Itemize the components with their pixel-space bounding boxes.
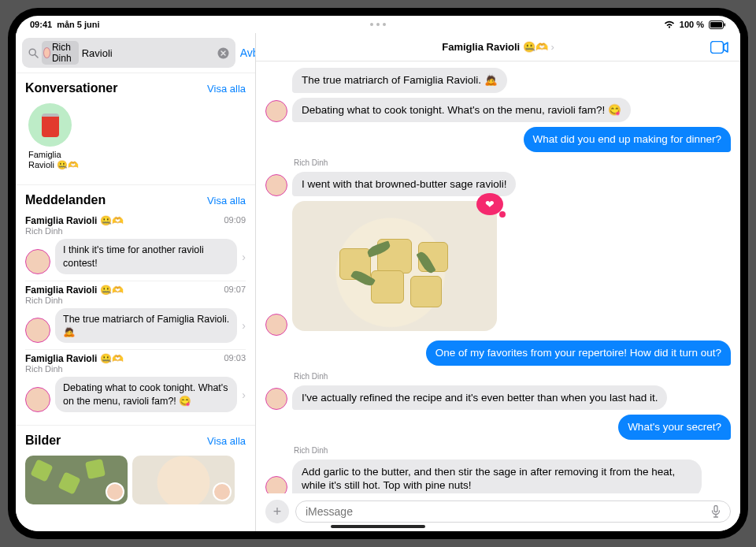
- tomato-can-icon: [42, 113, 59, 137]
- section-messages: Meddelanden Visa alla Famiglia Ravioli 🤐…: [16, 184, 255, 425]
- search-token[interactable]: Rich Dinh: [42, 41, 79, 65]
- result-from: Rich Dinh: [25, 364, 124, 374]
- facetime-button[interactable]: [710, 41, 729, 54]
- sender-label: Rich Dinh: [294, 158, 731, 167]
- message-bubble-received[interactable]: Add garlic to the butter, and then stir …: [292, 460, 702, 493]
- showall-messages[interactable]: Visa alla: [207, 195, 246, 207]
- chevron-right-icon: ›: [242, 319, 246, 332]
- thumbnail-sender-avatar: [213, 482, 232, 501]
- sender-avatar[interactable]: [265, 476, 287, 493]
- sidebar: Rich Dinh Avbryt Konversationer Visa all…: [16, 33, 256, 531]
- status-time: 09:41: [30, 20, 52, 29]
- thumbnail-sender-avatar: [106, 482, 124, 501]
- result-group: Famiglia Ravioli 🤐🫶: [25, 353, 124, 364]
- chevron-right-icon: ›: [550, 41, 554, 53]
- search-input[interactable]: [82, 47, 214, 59]
- token-avatar: [43, 47, 50, 58]
- chat-pane: Famiglia Ravioli 🤐🫶 › The true matriarch…: [256, 33, 740, 531]
- result-avatar: [25, 387, 50, 412]
- search-icon: [28, 48, 39, 58]
- photo-attachment[interactable]: [292, 201, 497, 331]
- sender-avatar[interactable]: [265, 174, 287, 196]
- result-bubble: The true matriarch of Famiglia Ravioli. …: [55, 308, 237, 344]
- result-time: 09:09: [224, 215, 246, 236]
- composer: +: [256, 493, 740, 531]
- showall-pictures[interactable]: Visa alla: [207, 435, 246, 447]
- chevron-right-icon: ›: [242, 389, 246, 401]
- svg-rect-6: [711, 41, 724, 53]
- result-from: Rich Dinh: [25, 296, 124, 305]
- picture-thumbnail[interactable]: [25, 456, 128, 504]
- svg-rect-2: [724, 23, 726, 26]
- message-bubble-sent[interactable]: One of my favorites from your repertoire…: [426, 340, 731, 366]
- sender-label: Rich Dinh: [294, 446, 731, 455]
- section-title-pictures: Bilder: [25, 434, 61, 448]
- sender-avatar[interactable]: [265, 100, 287, 122]
- message-bubble-received[interactable]: I went with that browned-butter sage rav…: [292, 172, 516, 197]
- clear-search-icon[interactable]: [217, 47, 229, 59]
- add-attachment-button[interactable]: +: [265, 500, 289, 523]
- chevron-right-icon: ›: [242, 251, 246, 263]
- showall-conversations[interactable]: Visa alla: [207, 83, 246, 95]
- result-bubble: I think it's time for another ravioli co…: [55, 239, 237, 274]
- message-result[interactable]: Famiglia Ravioli 🤐🫶 Rich Dinh 09:09 I th…: [25, 212, 246, 281]
- message-bubble-sent[interactable]: What did you end up making for dinner?: [524, 127, 731, 152]
- result-time: 09:07: [224, 285, 246, 305]
- section-title-messages: Meddelanden: [25, 193, 106, 207]
- picture-thumbnail[interactable]: [132, 456, 235, 504]
- conversation-name: Famiglia Ravioli 🤐🫶: [28, 150, 79, 170]
- cancel-button[interactable]: Avbryt: [240, 47, 256, 59]
- result-from: Rich Dinh: [25, 226, 124, 236]
- result-group: Famiglia Ravioli 🤐🫶: [25, 215, 124, 226]
- message-bubble-received[interactable]: Debating what to cook tonight. What's on…: [292, 98, 631, 123]
- battery-icon: [709, 20, 726, 29]
- message-input-field[interactable]: [295, 500, 731, 523]
- home-indicator[interactable]: [331, 525, 425, 528]
- svg-rect-1: [710, 22, 722, 28]
- result-group: Famiglia Ravioli 🤐🫶: [25, 285, 124, 296]
- chat-scroll[interactable]: The true matriarch of Famiglia Ravioli. …: [256, 61, 740, 493]
- section-title-conversations: Konversationer: [25, 81, 117, 95]
- sender-avatar[interactable]: [265, 388, 287, 410]
- message-result[interactable]: Famiglia Ravioli 🤐🫶 Rich Dinh 09:03 Deba…: [25, 350, 246, 419]
- screen: 09:41 mån 5 juni 100 %: [16, 16, 740, 531]
- battery-text: 100 %: [680, 20, 704, 29]
- section-conversations: Konversationer Visa alla Famiglia Raviol…: [16, 73, 255, 184]
- svg-rect-7: [714, 506, 717, 512]
- tapback-love-icon[interactable]: ❤: [476, 193, 503, 215]
- chat-title[interactable]: Famiglia Ravioli 🤐🫶 ›: [442, 41, 554, 53]
- conversation-result[interactable]: Famiglia Ravioli 🤐🫶: [25, 100, 246, 178]
- wifi-icon: [664, 20, 675, 28]
- status-date: mån 5 juni: [57, 20, 99, 29]
- message-bubble-received[interactable]: The true matriarch of Famiglia Ravioli. …: [292, 68, 507, 93]
- search-field[interactable]: Rich Dinh: [22, 38, 235, 68]
- result-time: 09:03: [224, 353, 246, 374]
- multitasking-dots[interactable]: [370, 23, 386, 26]
- ipad-frame: 09:41 mån 5 juni 100 %: [8, 8, 748, 539]
- status-bar: 09:41 mån 5 juni 100 %: [16, 16, 740, 33]
- message-input[interactable]: [306, 505, 711, 518]
- sender-label: Rich Dinh: [294, 372, 731, 381]
- result-avatar: [25, 249, 50, 274]
- sender-avatar[interactable]: [265, 314, 287, 336]
- message-result[interactable]: Famiglia Ravioli 🤐🫶 Rich Dinh 09:07 The …: [25, 281, 246, 351]
- section-pictures: Bilder Visa alla: [16, 425, 255, 504]
- result-bubble: Debating what to cook tonight. What's on…: [55, 377, 237, 412]
- chat-header: Famiglia Ravioli 🤐🫶 ›: [256, 33, 740, 61]
- dictation-icon[interactable]: [711, 505, 721, 518]
- svg-line-4: [35, 54, 38, 58]
- token-label: Rich Dinh: [52, 42, 76, 64]
- result-avatar: [25, 318, 50, 343]
- conversation-avatar: [28, 103, 72, 147]
- message-bubble-sent[interactable]: What's your secret?: [618, 415, 731, 440]
- message-bubble-received[interactable]: I've actually refined the recipe and it'…: [292, 385, 667, 411]
